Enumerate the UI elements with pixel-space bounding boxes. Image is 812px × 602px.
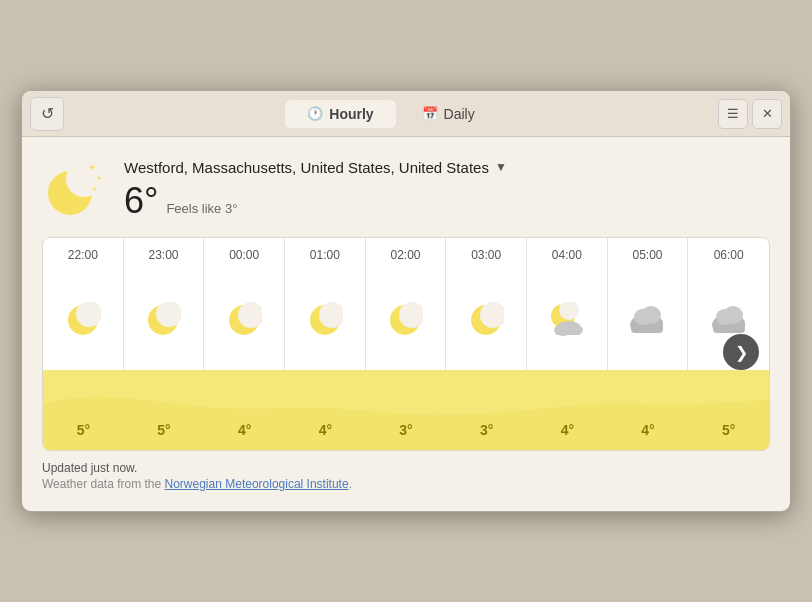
- source-suffix: .: [349, 477, 352, 491]
- main-window: ↺ 🕐 Hourly 📅 Daily ☰ ✕ ✦ ✦: [21, 90, 791, 512]
- refresh-button[interactable]: ↺: [30, 97, 64, 131]
- moon-crescent-icon-2: [226, 302, 262, 338]
- moon-crescent-icon-0: [65, 302, 101, 338]
- hourly-grid: 22:00 23:00: [43, 238, 769, 370]
- hour-time-1: 23:00: [148, 238, 178, 270]
- hour-time-0: 22:00: [68, 238, 98, 270]
- moon-crescent-icon-1: [145, 302, 181, 338]
- hour-icon-area-1: [145, 270, 181, 370]
- current-temp-row: 6° Feels like 3°: [124, 180, 770, 222]
- tab-hourly[interactable]: 🕐 Hourly: [285, 100, 395, 128]
- hour-col-1: 23:00: [124, 238, 205, 370]
- hour-col-6: 04:00: [527, 238, 608, 370]
- clock-icon: 🕐: [307, 106, 323, 121]
- hour-icon-area-2: [226, 270, 262, 370]
- svg-rect-32: [713, 323, 745, 333]
- footer: Updated just now. Weather data from the …: [42, 451, 770, 497]
- update-status: Updated just now.: [42, 461, 770, 475]
- main-content: ✦ ✦ ✦ Westford, Massachusetts, United St…: [22, 137, 790, 511]
- bottom-temp-4: 3°: [366, 410, 447, 450]
- titlebar: ↺ 🕐 Hourly 📅 Daily ☰ ✕: [22, 91, 790, 137]
- hour-col-3: 01:00: [285, 238, 366, 370]
- bottom-temp-8: 5°: [688, 410, 769, 450]
- tab-bar: 🕐 Hourly 📅 Daily: [64, 100, 718, 128]
- svg-point-34: [723, 306, 743, 324]
- bottom-temp-6: 4°: [527, 410, 608, 450]
- bottom-temp-7: 4°: [608, 410, 689, 450]
- current-temperature: 6°: [124, 180, 158, 222]
- hour-col-0: 22:00: [43, 238, 124, 370]
- moon-crescent-icon-3: [307, 302, 343, 338]
- hour-time-7: 05:00: [632, 238, 662, 270]
- hour-time-2: 00:00: [229, 238, 259, 270]
- temperature-wave-section: 5° 5° 4° 4° 3° 3° 4° 4° 5°: [43, 370, 769, 450]
- tab-daily[interactable]: 📅 Daily: [400, 100, 497, 128]
- hour-icon-area-7: [627, 270, 667, 370]
- svg-text:✦: ✦: [92, 186, 97, 192]
- location-info: Westford, Massachusetts, United States, …: [124, 159, 770, 222]
- location-text: Westford, Massachusetts, United States, …: [124, 159, 489, 176]
- cloud-icon-7: [627, 305, 667, 335]
- svg-point-28: [641, 306, 661, 324]
- hour-icon-area-6: [547, 270, 587, 370]
- tab-daily-label: Daily: [444, 106, 475, 122]
- svg-rect-22: [555, 328, 581, 335]
- hour-icon-area-0: [65, 270, 101, 370]
- menu-button[interactable]: ☰: [718, 99, 748, 129]
- bottom-temps-row: 5° 5° 4° 4° 3° 3° 4° 4° 5°: [43, 410, 769, 450]
- hour-time-8: 06:00: [714, 238, 744, 270]
- bottom-temp-2: 4°: [204, 410, 285, 450]
- location-name-row: Westford, Massachusetts, United States, …: [124, 159, 770, 176]
- location-row: ✦ ✦ ✦ Westford, Massachusetts, United St…: [42, 155, 770, 225]
- hour-time-6: 04:00: [552, 238, 582, 270]
- svg-rect-26: [631, 323, 663, 333]
- hour-icon-area-4: [387, 270, 423, 370]
- svg-text:✦: ✦: [96, 174, 103, 183]
- hour-icon-area-3: [307, 270, 343, 370]
- bottom-temp-0: 5°: [43, 410, 124, 450]
- hour-col-7: 05:00: [608, 238, 689, 370]
- hour-icon-area-5: [468, 270, 504, 370]
- tab-hourly-label: Hourly: [329, 106, 373, 122]
- hour-col-5: 03:00: [446, 238, 527, 370]
- bottom-temp-5: 3°: [446, 410, 527, 450]
- main-weather-icon: ✦ ✦ ✦: [42, 155, 112, 225]
- hour-time-3: 01:00: [310, 238, 340, 270]
- moon-cloud-icon-6: [547, 302, 587, 338]
- hour-time-5: 03:00: [471, 238, 501, 270]
- source-link[interactable]: Norwegian Meteorological Institute: [165, 477, 349, 491]
- bottom-temp-1: 5°: [124, 410, 205, 450]
- data-source: Weather data from the Norwegian Meteorol…: [42, 477, 770, 491]
- bottom-temp-3: 4°: [285, 410, 366, 450]
- next-hours-button[interactable]: ❯: [723, 334, 759, 370]
- moon-crescent-icon-4: [387, 302, 423, 338]
- moon-crescent-icon-5: [468, 302, 504, 338]
- hourly-forecast: 22:00 23:00: [42, 237, 770, 451]
- hour-col-2: 00:00: [204, 238, 285, 370]
- location-dropdown-arrow[interactable]: ▼: [495, 160, 507, 174]
- svg-text:✦: ✦: [88, 162, 96, 173]
- source-prefix: Weather data from the: [42, 477, 165, 491]
- hour-time-4: 02:00: [390, 238, 420, 270]
- hour-col-4: 02:00: [366, 238, 447, 370]
- window-controls: ☰ ✕: [718, 99, 782, 129]
- close-button[interactable]: ✕: [752, 99, 782, 129]
- feels-like-text: Feels like 3°: [166, 201, 237, 216]
- calendar-icon: 📅: [422, 106, 438, 121]
- cloud-icon-8: [709, 305, 749, 335]
